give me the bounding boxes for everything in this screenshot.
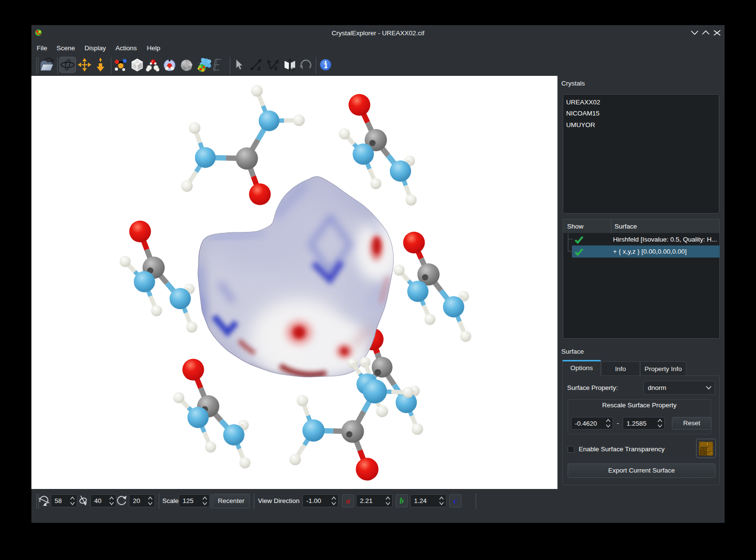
svg-text:d: d [257,65,260,72]
svg-text:θ: θ [274,65,278,72]
svg-text:φ: φ [291,66,295,72]
